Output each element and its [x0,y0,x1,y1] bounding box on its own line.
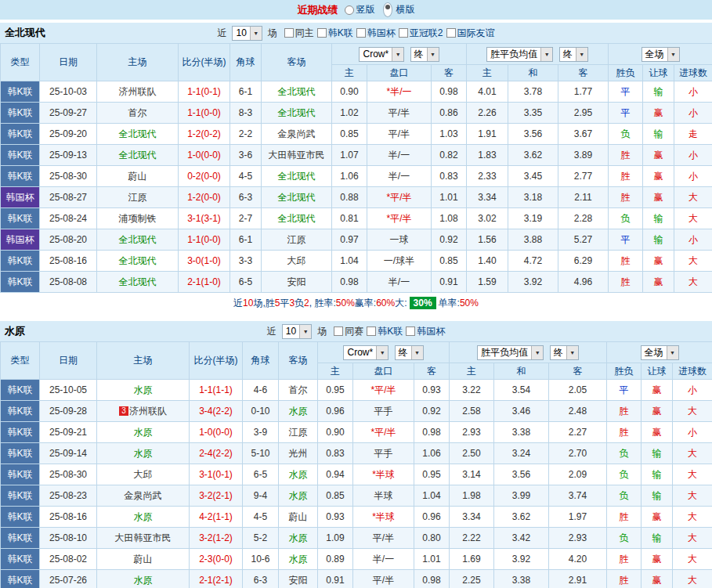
match-date: 25-08-23 [40,485,97,507]
away-team[interactable]: 金泉尚武 [262,124,332,145]
away-team[interactable]: 水原 [279,485,318,507]
result-handicap: 输 [642,485,673,507]
radio-icon[interactable] [345,5,354,15]
odds-final-select[interactable]: 终▼ [395,345,424,360]
match-score[interactable]: 3-4(2-2) [190,401,243,422]
away-team[interactable]: 水原 [279,549,318,570]
avg-odds-select[interactable]: 胜平负均值▼ [486,47,553,62]
checkbox-icon[interactable] [317,28,327,38]
filter-韩K联[interactable]: 韩K联 [317,27,353,40]
away-team[interactable]: 江原 [262,229,332,251]
checkbox-icon[interactable] [399,28,408,38]
odds-company-select[interactable]: Crow*▼ [359,47,404,62]
match-score[interactable]: 2-4(2-2) [190,443,243,464]
filter-同主[interactable]: 同主 [284,27,314,40]
away-team[interactable]: 水原 [279,528,318,549]
match-score[interactable]: 1-1(0-0) [179,103,230,124]
match-score[interactable]: 4-2(1-1) [190,507,243,528]
away-team[interactable]: 江原 [279,422,318,443]
match-score[interactable]: 2-3(0-0) [190,549,243,570]
filter-国际友谊[interactable]: 国际友谊 [446,27,495,40]
home-team[interactable]: 水原 [97,507,190,528]
away-team[interactable]: 全北现代 [262,103,332,124]
away-team[interactable]: 水原 [279,464,318,485]
away-team[interactable]: 全北现代 [262,187,332,208]
filter-亚冠联2[interactable]: 亚冠联2 [399,27,443,40]
home-team[interactable]: 济州联队 [97,81,179,103]
away-team[interactable]: 大邱 [262,251,332,272]
corner-score: 6-3 [230,187,262,208]
checkbox-icon[interactable] [446,28,456,38]
home-team[interactable]: 全北现代 [97,272,179,293]
home-team[interactable]: 水原 [97,422,190,443]
match-score[interactable]: 1-1(0-0) [179,229,230,251]
result-wdl: 平 [609,229,643,251]
checkbox-icon[interactable] [356,28,366,38]
avg-odds-1: 3.88 [508,229,558,251]
match-score[interactable]: 3-2(1-2) [190,528,243,549]
match-score[interactable]: 1-1(1-1) [190,380,243,401]
match-score[interactable]: 0-2(0-0) [179,166,230,187]
away-team[interactable]: 蔚山 [279,507,318,528]
home-team[interactable]: 全北现代 [97,124,179,145]
filter-韩国杯[interactable]: 韩国杯 [406,325,445,338]
avg-final-select[interactable]: 终▼ [550,345,579,360]
match-score[interactable]: 2-1(1-0) [179,272,230,293]
league-type: 韩K联 [1,166,40,187]
odds-company-select[interactable]: Crow*▼ [343,345,389,360]
checkbox-icon[interactable] [406,326,415,336]
avg-odds-1: 3.99 [494,485,549,507]
match-score[interactable]: 3-1(3-1) [179,208,230,229]
away-team[interactable]: 全北现代 [262,166,332,187]
match-score[interactable]: 1-0(0-0) [190,422,243,443]
match-score[interactable]: 3-1(0-1) [190,464,243,485]
home-team[interactable]: 水原 [97,380,190,401]
filter-韩K联[interactable]: 韩K联 [367,325,403,338]
match-score[interactable]: 3-2(2-1) [190,485,243,507]
games-count-select[interactable]: 10▼ [282,324,312,339]
match-score[interactable]: 1-2(0-2) [179,124,230,145]
match-score[interactable]: 3-0(1-0) [179,251,230,272]
away-team[interactable]: 安阳 [262,272,332,293]
away-team[interactable]: 大田韩亚市民 [262,145,332,166]
filter-同赛[interactable]: 同赛 [334,325,363,338]
avg-final-select[interactable]: 终▼ [559,47,588,62]
home-team[interactable]: 全北现代 [97,251,179,272]
away-team[interactable]: 全北现代 [262,208,332,229]
home-team[interactable]: 全北现代 [97,145,179,166]
radio-selected-icon[interactable] [383,2,392,17]
games-count-select[interactable]: 10▼ [232,26,262,41]
away-team[interactable]: 全北现代 [262,81,332,103]
away-team[interactable]: 安阳 [279,570,318,588]
checkbox-icon[interactable] [334,326,343,336]
home-team[interactable]: 蔚山 [97,166,179,187]
layout-option-horizontal[interactable]: 横版 [381,2,415,17]
match-score[interactable]: 2-1(2-1) [190,570,243,588]
checkbox-icon[interactable] [284,28,294,38]
full-match-select[interactable]: 全场▼ [641,345,679,360]
table-header-row: 类型 日期 主场 比分(半场) 角球 客场 Crow*▼ 终▼ 胜平负均值▼ 终… [1,342,712,363]
home-team[interactable]: 大田韩亚市民 [97,528,190,549]
match-score[interactable]: 1-2(0-0) [179,187,230,208]
home-team[interactable]: 3济州联队 [97,401,190,422]
odds-final-select[interactable]: 终▼ [410,47,439,62]
home-team[interactable]: 首尔 [97,103,179,124]
match-score[interactable]: 1-0(0-0) [179,145,230,166]
checkbox-icon[interactable] [367,326,376,336]
home-team[interactable]: 浦项制铁 [97,208,179,229]
match-score[interactable]: 1-1(0-1) [179,81,230,103]
away-team[interactable]: 水原 [279,401,318,422]
full-match-select[interactable]: 全场▼ [642,47,680,62]
home-team[interactable]: 全北现代 [97,229,179,251]
home-team[interactable]: 水原 [97,570,190,588]
home-team[interactable]: 蔚山 [97,549,190,570]
away-team[interactable]: 首尔 [279,380,318,401]
home-team[interactable]: 大邱 [97,464,190,485]
home-team[interactable]: 江原 [97,187,179,208]
avg-odds-select[interactable]: 胜平负均值▼ [477,345,544,360]
home-team[interactable]: 金泉尚武 [97,485,190,507]
layout-option-vertical[interactable]: 竖版 [345,3,375,16]
home-team[interactable]: 水原 [97,443,190,464]
filter-韩国杯[interactable]: 韩国杯 [356,27,396,40]
away-team[interactable]: 光州 [279,443,318,464]
